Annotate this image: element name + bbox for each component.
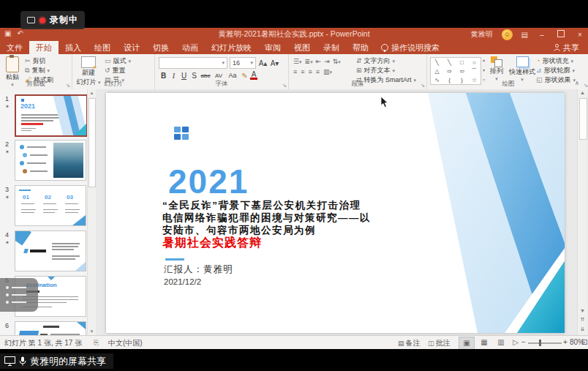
justify-icon[interactable]: ≡ bbox=[316, 68, 320, 75]
previous-slide-icon[interactable]: ⇈ bbox=[578, 317, 587, 323]
text-shadow-button[interactable]: S bbox=[189, 72, 199, 80]
paste-icon bbox=[6, 56, 19, 72]
account-name[interactable]: 黄雅明 bbox=[471, 29, 493, 40]
shape-outline-button[interactable]: ⊿形状轮廓▾ bbox=[536, 67, 576, 75]
tab-help[interactable]: 帮助 bbox=[346, 41, 375, 54]
slide-title-line2: 电信网络诈骗犯罪的困境与对策研究——以 bbox=[162, 211, 404, 225]
tab-transitions[interactable]: 切换 bbox=[146, 41, 176, 54]
minimize-button[interactable]: – bbox=[537, 31, 547, 39]
fit-to-window-icon[interactable]: ⊡ bbox=[581, 338, 587, 346]
font-name-combo[interactable]: ▾ bbox=[159, 57, 227, 69]
clipboard-group-label: 剪贴板 bbox=[0, 80, 72, 89]
zoom-in-icon[interactable]: + bbox=[563, 338, 568, 346]
recording-badge[interactable]: 录制中 bbox=[20, 11, 85, 29]
tab-record[interactable]: 录制 bbox=[317, 41, 346, 54]
meeting-side-widget[interactable] bbox=[0, 278, 38, 312]
scroll-down-icon[interactable]: ▼ bbox=[578, 308, 587, 313]
increase-indent-icon[interactable]: ⇥ bbox=[324, 58, 330, 65]
copy-button[interactable]: ⧉复制▾ bbox=[25, 67, 53, 75]
tab-review[interactable]: 审阅 bbox=[258, 41, 287, 54]
tab-file[interactable]: 文件 bbox=[0, 41, 29, 54]
animation-star-icon: ✶ bbox=[5, 240, 10, 246]
scroll-up-icon[interactable]: ▲ bbox=[88, 91, 96, 95]
tab-draw[interactable]: 绘图 bbox=[88, 41, 117, 54]
screen-share-banner: 黄雅明的屏幕共享 bbox=[0, 353, 113, 369]
notes-button[interactable]: ▤备注 bbox=[398, 338, 421, 348]
avatar[interactable]: ☺ bbox=[502, 29, 513, 40]
slide-sorter-view-icon[interactable]: ▦ bbox=[477, 337, 491, 348]
share-label: 共享 bbox=[563, 42, 579, 53]
align-text-button[interactable]: ⊞对齐文本▾ bbox=[356, 67, 416, 75]
font-dialog-launcher[interactable]: ⇘ bbox=[282, 83, 287, 89]
slide-thumbnail-3[interactable]: 01 02 03 bbox=[15, 185, 86, 226]
next-slide-icon[interactable]: ⇊ bbox=[578, 326, 587, 332]
grow-font-icon[interactable]: A▴ bbox=[258, 59, 268, 67]
tell-me-label: 操作说明搜索 bbox=[391, 42, 440, 53]
zoom-slider-knob[interactable] bbox=[539, 340, 541, 346]
layout-button[interactable]: ▭版式▾ bbox=[105, 57, 131, 65]
slideshow-view-icon[interactable]: ▷ bbox=[508, 337, 523, 348]
close-button[interactable]: × bbox=[575, 31, 585, 39]
slide-counter[interactable]: 幻灯片 第 1 张, 共 17 张 bbox=[4, 338, 82, 348]
font-color-button[interactable]: A bbox=[250, 71, 257, 80]
restore-button[interactable] bbox=[556, 30, 566, 39]
text-direction-button[interactable]: ⇵文字方向▾ bbox=[356, 57, 416, 65]
slide-thumbnail-4[interactable] bbox=[15, 231, 86, 271]
microphone-icon bbox=[19, 356, 26, 366]
character-spacing-button[interactable]: AV bbox=[212, 72, 225, 79]
align-left-icon[interactable]: ≡ bbox=[293, 68, 297, 75]
comments-button[interactable]: ◫批注 bbox=[428, 338, 451, 348]
tell-me-search[interactable]: 操作说明搜索 bbox=[375, 41, 445, 54]
highlight-color-icon[interactable]: ✎ bbox=[240, 72, 249, 80]
font-size-combo[interactable]: 16▾ bbox=[230, 57, 256, 69]
reset-button[interactable]: ↺重置 bbox=[105, 67, 131, 75]
reading-view-icon[interactable]: ▥ bbox=[494, 337, 508, 348]
align-right-icon[interactable]: ≡ bbox=[309, 68, 312, 75]
recording-label: 录制中 bbox=[50, 14, 78, 26]
cut-button[interactable]: ✂剪切 bbox=[25, 57, 53, 65]
language-indicator[interactable]: 中文(中国) bbox=[108, 338, 143, 348]
scroll-down-icon[interactable]: ▼ bbox=[88, 329, 96, 334]
tab-slideshow[interactable]: 幻灯片放映 bbox=[205, 41, 258, 54]
normal-view-icon[interactable]: ▣ bbox=[459, 337, 475, 350]
align-center-icon[interactable]: ≡ bbox=[301, 68, 304, 75]
zoom-out-icon[interactable]: − bbox=[521, 338, 526, 346]
spellcheck-icon[interactable]: ⎘ bbox=[94, 338, 100, 347]
change-case-button[interactable]: Aa bbox=[226, 72, 239, 79]
paragraph-dialog-launcher[interactable]: ⇘ bbox=[421, 83, 425, 89]
underline-button[interactable]: U bbox=[179, 72, 189, 80]
tab-view[interactable]: 视图 bbox=[287, 41, 317, 54]
slide-scrollbar[interactable]: ▲ ▼ ⇈ ⇊ bbox=[577, 89, 587, 335]
zoom-slider[interactable] bbox=[528, 342, 562, 344]
clipboard-dialog-launcher[interactable]: ⇘ bbox=[66, 83, 70, 89]
line-spacing-icon[interactable]: ⇅▾ bbox=[333, 58, 341, 65]
collapse-ribbon-icon[interactable]: ∧ bbox=[575, 80, 579, 86]
tab-design[interactable]: 设计 bbox=[117, 41, 146, 54]
tab-animations[interactable]: 动画 bbox=[176, 41, 205, 54]
slide-canvas[interactable]: 2021 “全民反诈”背景下基层公安机关打击治理 电信网络诈骗犯罪的困境与对策研… bbox=[106, 93, 565, 333]
shrink-font-icon[interactable]: A▾ bbox=[270, 59, 279, 67]
monitor-icon bbox=[4, 356, 15, 366]
columns-icon[interactable]: ▥▾ bbox=[323, 68, 332, 75]
strikethrough-button[interactable]: abc bbox=[200, 72, 211, 79]
italic-button[interactable]: I bbox=[169, 72, 178, 80]
scroll-up-icon[interactable]: ▲ bbox=[578, 90, 587, 95]
tab-home[interactable]: 开始 bbox=[29, 41, 59, 54]
thumbnail-scrollbar[interactable]: ▲ ▼ bbox=[87, 89, 96, 335]
shape-fill-button[interactable]: ◔形状填充▾ bbox=[536, 57, 576, 65]
screen: 录制中 ▣ ↶ 黄雅明-2021暑期社会实践.pptx - PowerPoint… bbox=[0, 0, 588, 371]
slide-thumbnail-1[interactable]: 2021 bbox=[15, 94, 88, 137]
drawing-dialog-launcher[interactable]: ⇘ bbox=[584, 83, 588, 89]
slide-scrollbar-thumb[interactable] bbox=[579, 98, 587, 140]
bullets-icon[interactable]: ☰▾ bbox=[293, 58, 302, 65]
tab-insert[interactable]: 插入 bbox=[59, 41, 88, 54]
font-group-label: 字体 bbox=[155, 80, 288, 89]
ribbon-display-options-icon[interactable]: ▤ bbox=[521, 31, 528, 39]
decrease-indent-icon[interactable]: ⇤ bbox=[316, 58, 322, 65]
bold-button[interactable]: B bbox=[159, 72, 168, 80]
slide-thumbnail-2[interactable] bbox=[15, 140, 86, 181]
thumbnail-scrollbar-thumb[interactable] bbox=[88, 98, 96, 187]
share-button[interactable]: 共享 bbox=[545, 41, 588, 54]
numbering-icon[interactable]: ≣▾ bbox=[305, 58, 313, 65]
thumbnail-number: 6 bbox=[5, 322, 9, 329]
